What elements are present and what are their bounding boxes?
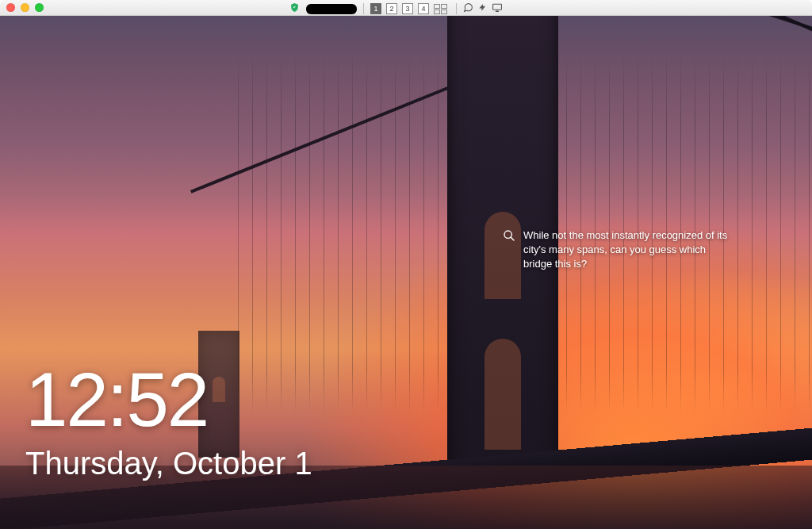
clock-date: Thursday, October 1 <box>25 446 312 481</box>
window-maximize-button[interactable] <box>35 3 44 12</box>
spotlight-trivia-text: While not the most instantly recognized … <box>523 228 733 272</box>
svg-rect-0 <box>493 4 502 10</box>
window-close-button[interactable] <box>6 3 15 12</box>
separator <box>363 3 364 14</box>
bolt-icon[interactable] <box>478 2 487 15</box>
desktop-switch-3[interactable]: 3 <box>402 3 413 14</box>
spotlight-trivia[interactable]: While not the most instantly recognized … <box>503 228 733 272</box>
desktop-switch-4[interactable]: 4 <box>418 3 429 14</box>
redacted-area <box>306 4 357 14</box>
window-controls <box>6 3 44 12</box>
shield-icon[interactable] <box>289 2 300 15</box>
menubar: 1 2 3 4 <box>289 2 503 15</box>
search-icon <box>503 229 515 272</box>
display-icon[interactable] <box>492 2 503 15</box>
svg-line-2 <box>511 237 514 240</box>
desktop-switch-2[interactable]: 2 <box>386 3 397 14</box>
chat-icon[interactable] <box>463 2 473 15</box>
clock-time: 12:52 <box>25 362 312 438</box>
window-minimize-button[interactable] <box>21 3 29 12</box>
mac-titlebar: 1 2 3 4 <box>0 0 812 16</box>
clock-block: 12:52 Thursday, October 1 <box>25 362 312 481</box>
separator <box>456 3 457 14</box>
lockscreen[interactable]: While not the most instantly recognized … <box>0 16 812 529</box>
desktop-switch-1[interactable]: 1 <box>370 3 381 14</box>
desktop-overview-icon[interactable] <box>434 4 450 14</box>
